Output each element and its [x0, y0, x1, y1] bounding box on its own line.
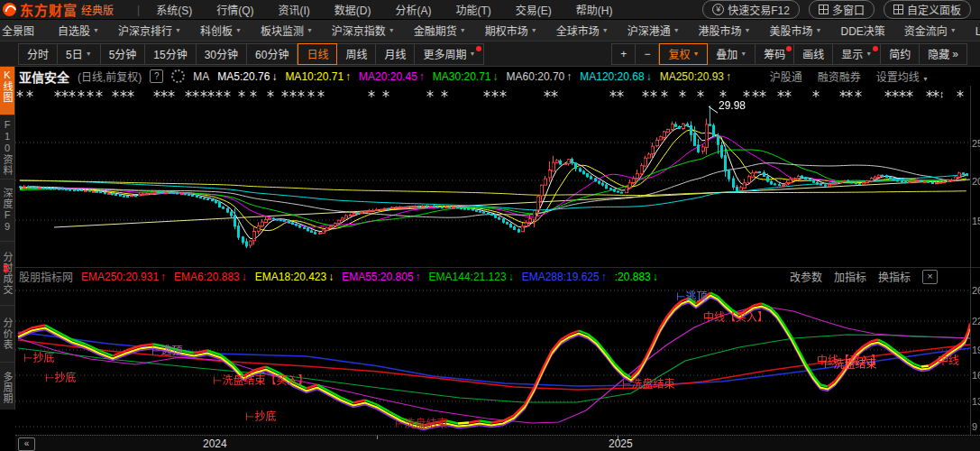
quick-trade-button[interactable]: ¥ 快速交易F12	[702, 0, 800, 19]
price-axis-label: 22	[972, 316, 980, 327]
nav-ranking[interactable]: 沪深京排行▼	[118, 23, 181, 38]
nav-options[interactable]: 期权市场▼	[485, 23, 537, 38]
nav-index[interactable]: 沪深京指数▼	[332, 23, 395, 38]
ma120-legend: MA120:20.68↓	[580, 70, 651, 83]
nav-hk-market[interactable]: 港股市场▼	[699, 23, 751, 38]
period-15min[interactable]: 15分钟	[145, 43, 196, 65]
menu-separator: |	[137, 4, 140, 16]
close-icon[interactable]: ×	[922, 270, 938, 284]
menu-help[interactable]: 帮助(H)	[576, 2, 613, 17]
period-60min[interactable]: 60分钟	[247, 43, 298, 65]
add-indicator-link[interactable]: 加指标	[834, 269, 866, 284]
chevron-down-icon: ▼	[922, 76, 929, 82]
chip-distribution-button[interactable]: 筹码	[756, 43, 794, 65]
chevrons-right-icon: »	[952, 48, 958, 60]
zoom-in-button[interactable]: +	[611, 43, 636, 65]
signal-annotation: ⊢洗盘结束	[622, 375, 674, 391]
menu-system[interactable]: 系统(S)	[156, 2, 192, 17]
draw-line-button[interactable]: 画线	[794, 43, 833, 65]
ema6-legend: EMA6:20.883↓	[174, 271, 247, 283]
sidebar-tab-price-table[interactable]: 分价表	[0, 306, 14, 363]
menu-trade[interactable]: 交易(E)	[516, 2, 552, 17]
period-5min[interactable]: 5分钟	[101, 43, 146, 65]
signal-annotation: ⊢抄底	[23, 349, 54, 364]
nav-star-market[interactable]: 科创板▼	[200, 23, 242, 38]
ma250-legend: MA250:20.93↑	[660, 70, 731, 83]
dollar-icon: $	[3, 262, 9, 275]
nav-global[interactable]: 全球市场▼	[556, 23, 609, 38]
zoom-out-button[interactable]: −	[636, 43, 659, 65]
period-monthly[interactable]: 月线	[376, 43, 415, 65]
menu-analysis[interactable]: 分析(A)	[395, 2, 431, 17]
hide-button[interactable]: 隐藏»	[920, 43, 967, 65]
stock-name: 亚信安全	[19, 68, 69, 86]
custom-panel-icon	[893, 5, 903, 14]
period-30min[interactable]: 30分钟	[197, 43, 247, 65]
period-weekly[interactable]: 周线	[337, 43, 376, 65]
nav-us-market[interactable]: 美股市场▼	[770, 23, 822, 38]
nav-fund-flow[interactable]: 资金流向▼	[904, 23, 957, 38]
time-axis-bar: « 2024 2025	[15, 435, 980, 451]
year-tick	[618, 436, 618, 439]
period-5day[interactable]: 5日▼	[58, 43, 101, 65]
multi-window-label: 多窗口	[832, 2, 865, 17]
indicator-header-bar: 股朋指标网 EMA250:20.931↑ EMA6:20.883↓ EMA18:…	[15, 267, 980, 285]
scale-updown-icon[interactable]: ↕	[939, 88, 945, 99]
adjust-price-button[interactable]: 复权▼	[659, 43, 708, 65]
period-more[interactable]: 更多周期▼	[415, 43, 484, 65]
nav-l2[interactable]: L2核心内参	[975, 23, 980, 38]
chevron-down-icon: ▼	[469, 51, 475, 57]
gear-icon[interactable]	[171, 69, 185, 83]
chevron-down-icon: ▼	[950, 27, 957, 33]
sidebar-tab-depth[interactable]: 深度F9	[0, 179, 14, 242]
main-candlestick-chart[interactable]	[15, 86, 970, 267]
chevron-down-icon: ▼	[235, 27, 242, 33]
signal-annotation: ⊢抄底	[245, 408, 276, 423]
change-params-link[interactable]: 改参数	[790, 269, 822, 284]
ma5-legend: MA5:20.76↓	[217, 70, 277, 83]
eastmoney-terminal-window: 东方财富 经典版 | 系统(S) 行情(Q) 资讯(I) 数据(D) 分析(A)…	[0, 0, 980, 451]
signal-annotation: ⊢洗盘结束	[395, 415, 447, 430]
display-button[interactable]: 显示▼	[833, 43, 881, 65]
collapse-left-icon[interactable]: «	[18, 437, 35, 451]
overlay-button[interactable]: 叠加▼	[708, 43, 756, 65]
nav-dde[interactable]: DDE决策	[841, 23, 885, 38]
period-daily[interactable]: 日线	[298, 43, 337, 65]
ma-settings-link[interactable]: 设置均线 ▼	[876, 69, 929, 84]
edition-label: 经典版	[81, 2, 114, 17]
nav-panorama[interactable]: 全景图	[2, 23, 34, 38]
period-minute[interactable]: 分时	[18, 43, 58, 65]
chevron-down-icon: ▼	[307, 27, 313, 33]
chevron-down-icon: ▼	[93, 27, 99, 33]
sidebar-tab-multi-period[interactable]: 多周期	[0, 363, 14, 413]
menu-quotes[interactable]: 行情(Q)	[216, 2, 253, 17]
chevron-down-icon: ▼	[745, 27, 751, 33]
hk-connect-link[interactable]: 沪股通	[770, 69, 802, 84]
yen-icon: ¥	[712, 4, 724, 15]
margin-trading-link[interactable]: 融资融券	[818, 69, 861, 84]
ma20-legend: MA20:20.45↑	[359, 70, 425, 83]
peak-price-annotation: 29.98	[719, 99, 746, 112]
nav-watchlist[interactable]: 自选股▼	[58, 23, 99, 38]
menu-function[interactable]: 功能(T)	[455, 2, 490, 17]
chevron-down-icon: ▼	[740, 51, 746, 57]
help-icon[interactable]: ?	[150, 69, 163, 83]
nav-futures[interactable]: 金融期货▼	[414, 23, 466, 38]
chevron-down-icon: ▼	[175, 27, 181, 33]
switch-indicator-link[interactable]: 换指标	[878, 269, 911, 284]
sidebar-tab-f10[interactable]: F10资料	[0, 115, 14, 179]
ma10-legend: MA10:20.71↑	[285, 70, 351, 83]
multi-window-button[interactable]: 多窗口	[809, 0, 875, 19]
ema18-legend: EMA18:20.423↓	[255, 271, 334, 283]
custom-panel-button[interactable]: 自定义面板	[884, 0, 971, 19]
chevron-down-icon: ▼	[389, 27, 395, 33]
nav-connect[interactable]: 沪深港通▼	[627, 23, 680, 38]
ma30-legend: MA30:20.71↓	[433, 70, 499, 83]
signal-annotation: ⊢洗盘结束	[824, 355, 876, 371]
menu-data[interactable]: 数据(D)	[334, 2, 371, 17]
indicator-source-label: 股朋指标网	[19, 269, 73, 284]
nav-sector-monitor[interactable]: 板块监测▼	[261, 23, 313, 38]
simple-mode-button[interactable]: 简约	[881, 43, 920, 65]
price-axis-label: 16	[972, 370, 980, 381]
menu-news[interactable]: 资讯(I)	[278, 2, 309, 17]
